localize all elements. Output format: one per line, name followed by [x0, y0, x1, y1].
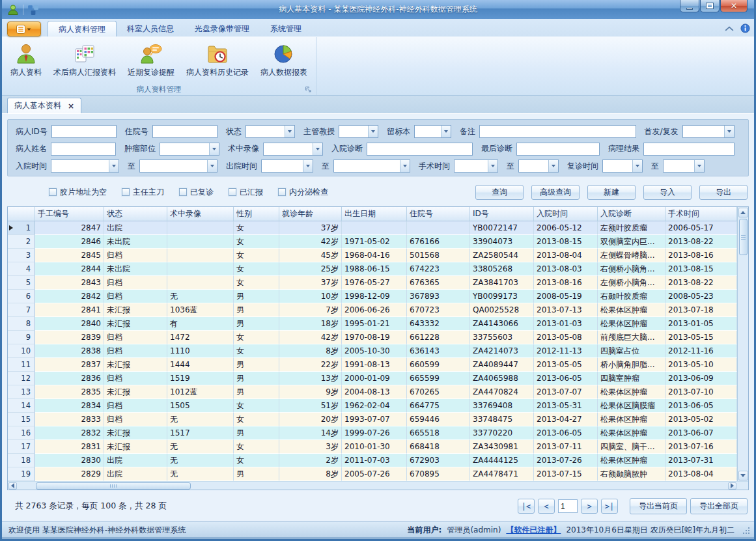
- next-page-button[interactable]: >: [581, 499, 598, 514]
- column-header-1[interactable]: 手工编号: [35, 207, 104, 221]
- ribbon-button-4[interactable]: 病人资料历史记录: [182, 41, 253, 79]
- column-header-3[interactable]: 术中录像: [167, 207, 234, 221]
- row-header[interactable]: 10: [8, 344, 35, 358]
- filter-combo[interactable]: [261, 160, 313, 173]
- filter-combo[interactable]: [333, 160, 410, 173]
- document-tab-patient-basic-info[interactable]: 病人基本资料 ×: [7, 98, 81, 113]
- column-header-9[interactable]: 入院时间: [534, 207, 598, 221]
- filter-combo[interactable]: [682, 125, 735, 138]
- table-row[interactable]: 192829出院无男8岁2005-07-26670895ZA4478471201…: [8, 467, 737, 481]
- table-row[interactable]: 132835未汇报1012蓝男9岁2004-08-13670265ZA44708…: [8, 385, 737, 399]
- table-row[interactable]: 72841未汇报1036蓝男7岁2006-06-26670723QA002552…: [8, 303, 737, 317]
- table-row[interactable]: 12847出院女37岁YB00721472006-05-12左额叶胶质瘤2006…: [8, 221, 737, 235]
- action-button-4[interactable]: 导入: [643, 185, 692, 200]
- ribbon-button-2[interactable]: 术后病人汇报资料: [49, 41, 120, 79]
- chevron-down-icon[interactable]: [285, 126, 294, 137]
- filter-combo[interactable]: [663, 160, 705, 173]
- software-registered-link[interactable]: 【软件已注册】: [506, 525, 561, 536]
- chevron-down-icon[interactable]: [209, 143, 219, 155]
- chevron-down-icon[interactable]: [368, 126, 378, 137]
- action-button-1[interactable]: 查询: [475, 185, 524, 200]
- row-header[interactable]: 3: [8, 249, 35, 262]
- column-header-10[interactable]: 入院诊断: [598, 207, 665, 221]
- filter-input[interactable]: [51, 143, 116, 156]
- filter-combo[interactable]: [51, 160, 119, 173]
- table-row[interactable]: 102838归档1110女8岁2005-10-30636143ZA4214073…: [8, 344, 737, 358]
- row-header[interactable]: 14: [8, 399, 35, 413]
- filter-combo[interactable]: [339, 125, 378, 138]
- row-header[interactable]: 13: [8, 385, 35, 399]
- chevron-down-icon[interactable]: [441, 126, 451, 137]
- table-row[interactable]: 92839归档1472女42岁1970-08-19661228337556032…: [8, 331, 737, 344]
- row-header[interactable]: 6: [8, 290, 35, 303]
- table-row[interactable]: 122836归档1519男13岁2000-01-09665599ZA406598…: [8, 372, 737, 385]
- filter-input[interactable]: [367, 143, 473, 156]
- ribbon-tab-1[interactable]: 病人资料管理: [48, 21, 117, 36]
- column-header-8[interactable]: ID号: [470, 207, 534, 221]
- action-button-5[interactable]: 导出: [699, 185, 748, 200]
- checkbox-box-icon[interactable]: [229, 188, 236, 196]
- chevron-down-icon[interactable]: [109, 160, 119, 172]
- filter-combo[interactable]: [160, 143, 219, 156]
- table-row[interactable]: 62842归档无男10岁1998-12-09367893YB0099173200…: [8, 290, 737, 303]
- filter-combo[interactable]: [263, 143, 323, 156]
- scroll-right-icon[interactable]: [728, 482, 736, 490]
- page-number-input[interactable]: [558, 499, 578, 513]
- column-header-11[interactable]: 手术时间: [665, 207, 737, 221]
- row-header[interactable]: 4: [8, 262, 35, 276]
- dialog-launcher-icon[interactable]: [305, 86, 312, 93]
- action-button-2[interactable]: 高级查询: [531, 185, 580, 200]
- filter-input[interactable]: [152, 125, 217, 138]
- table-row[interactable]: 22846未出院女42岁1971-05-02676166339040732013…: [8, 235, 737, 249]
- chevron-down-icon[interactable]: [632, 160, 642, 172]
- resize-grip-icon[interactable]: [742, 527, 750, 534]
- row-header[interactable]: 12: [8, 372, 35, 385]
- export-current-page-button[interactable]: 导出当前页: [630, 498, 687, 514]
- checkbox-box-icon[interactable]: [278, 188, 286, 196]
- row-header[interactable]: 17: [8, 440, 35, 454]
- column-header-7[interactable]: 住院号: [407, 207, 470, 221]
- table-row[interactable]: 172831未汇报无女3岁2010-01-30668418ZA343098120…: [8, 440, 737, 454]
- chevron-down-icon[interactable]: [694, 160, 704, 172]
- prev-page-button[interactable]: <: [538, 499, 555, 514]
- row-header[interactable]: 11: [8, 358, 35, 372]
- row-header[interactable]: 7: [8, 303, 35, 317]
- row-header[interactable]: 19: [8, 467, 35, 481]
- table-row[interactable]: 112837未汇报1444男22岁1991-08-13660599ZA40894…: [8, 358, 737, 372]
- scroll-up-icon[interactable]: [738, 208, 748, 217]
- checkbox-box-icon[interactable]: [49, 188, 57, 196]
- ribbon-collapse-icon[interactable]: [725, 25, 734, 32]
- vertical-scrollbar[interactable]: [737, 207, 748, 481]
- ribbon-button-3[interactable]: 近期复诊提醒: [123, 41, 179, 79]
- close-button[interactable]: ✕: [720, 0, 748, 12]
- chevron-down-icon[interactable]: [207, 160, 217, 172]
- table-row[interactable]: 82840未汇报有男18岁1995-01-21643332ZA414306620…: [8, 317, 737, 331]
- row-header[interactable]: 18: [8, 454, 35, 467]
- tab-close-icon[interactable]: ×: [68, 102, 74, 111]
- row-header[interactable]: 16: [8, 426, 35, 440]
- chevron-down-icon[interactable]: [724, 126, 734, 137]
- filter-combo[interactable]: [139, 160, 217, 173]
- checkbox-2[interactable]: 主任主刀: [122, 187, 164, 198]
- filter-combo[interactable]: [518, 160, 559, 173]
- row-header[interactable]: 15: [8, 413, 35, 426]
- ribbon-tab-2[interactable]: 科室人员信息: [117, 21, 184, 36]
- row-header[interactable]: 5: [8, 276, 35, 290]
- app-menu-button[interactable]: [7, 21, 41, 36]
- checkbox-box-icon[interactable]: [122, 188, 130, 196]
- column-header-5[interactable]: 就诊年龄: [279, 207, 342, 221]
- checkbox-box-icon[interactable]: [179, 188, 187, 196]
- chevron-down-icon[interactable]: [488, 160, 497, 172]
- filter-input[interactable]: [51, 125, 117, 138]
- table-row[interactable]: 52843归档女37岁1976-05-27676365ZA38417032013…: [8, 276, 737, 290]
- filter-combo[interactable]: [454, 160, 498, 173]
- row-header[interactable]: 1: [8, 221, 35, 235]
- filter-input[interactable]: [643, 143, 735, 156]
- action-button-3[interactable]: 新建: [587, 185, 636, 200]
- vertical-scroll-thumb[interactable]: [739, 219, 748, 255]
- column-header-2[interactable]: 状态: [104, 207, 167, 221]
- checkbox-3[interactable]: 已复诊: [179, 187, 214, 198]
- filter-combo[interactable]: [602, 160, 643, 173]
- table-row[interactable]: 182830出院无女2岁2011-07-03672903ZA4444125201…: [8, 454, 737, 467]
- scroll-down-icon[interactable]: [738, 471, 748, 480]
